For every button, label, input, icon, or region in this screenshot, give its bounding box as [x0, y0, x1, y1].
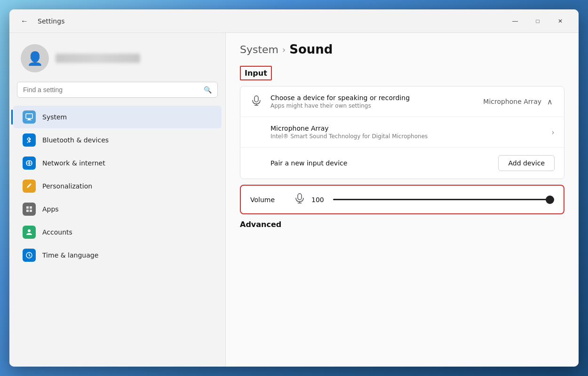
svg-rect-5: [26, 210, 29, 212]
mic-array-title: Microphone Array: [270, 125, 544, 132]
svg-rect-12: [298, 194, 302, 200]
sidebar-item-time[interactable]: Time & language: [13, 244, 222, 266]
sidebar-item-personalization[interactable]: Personalization: [13, 175, 222, 197]
pair-input-row: Pair a new input device Add device: [240, 148, 564, 179]
main-content: 👤 🔍 Sys: [9, 33, 579, 367]
settings-window: ← Settings — □ ✕ 👤 🔍: [9, 9, 579, 367]
user-icon: 👤: [27, 51, 43, 66]
sidebar-item-personalization-label: Personalization: [42, 182, 92, 190]
user-section: 👤: [9, 40, 225, 82]
personalization-icon: [23, 180, 36, 193]
svg-point-7: [28, 229, 31, 232]
sidebar-item-apps-label: Apps: [42, 205, 59, 213]
sidebar-item-network-label: Network & internet: [42, 159, 105, 167]
mic-array-content: Microphone Array Intel® Smart Sound Tech…: [270, 125, 544, 140]
volume-mic-icon: [295, 193, 304, 206]
network-icon: [23, 157, 36, 170]
search-bar: 🔍: [17, 82, 218, 98]
choose-device-subtitle: Apps might have their own settings: [270, 102, 476, 109]
mic-array-right: ›: [552, 128, 555, 137]
choose-device-right: Microphone Array ∧: [483, 95, 555, 108]
titlebar-title: Settings: [38, 17, 504, 25]
microphone-icon: [250, 95, 263, 108]
breadcrumb-current: Sound: [289, 42, 333, 56]
sidebar: 👤 🔍 Sys: [9, 33, 226, 367]
choose-device-title: Choose a device for speaking or recordin…: [270, 94, 476, 102]
mic-array-subtitle: Intel® Smart Sound Technology for Digita…: [270, 133, 544, 140]
titlebar-controls: — □ ✕: [504, 14, 571, 29]
svg-rect-9: [254, 96, 258, 102]
input-card: Choose a device for speaking or recordin…: [240, 86, 564, 179]
user-name: [56, 54, 140, 63]
add-device-button[interactable]: Add device: [498, 155, 555, 171]
sidebar-item-accounts-label: Accounts: [42, 228, 72, 236]
time-icon: [23, 249, 36, 262]
sidebar-item-apps[interactable]: Apps: [13, 198, 222, 220]
volume-card: Volume 100: [240, 185, 564, 214]
volume-label: Volume: [250, 196, 288, 204]
svg-rect-1: [28, 119, 31, 120]
microphone-array-row[interactable]: Microphone Array Intel® Smart Sound Tech…: [240, 117, 564, 148]
sidebar-item-bluetooth[interactable]: Bluetooth & devices: [13, 129, 222, 151]
accounts-icon: [23, 226, 36, 239]
volume-slider[interactable]: [333, 199, 554, 200]
svg-rect-3: [26, 206, 29, 209]
sidebar-item-bluetooth-label: Bluetooth & devices: [42, 136, 109, 144]
svg-rect-6: [30, 210, 32, 212]
input-section-label: Input: [240, 66, 272, 80]
sidebar-item-accounts[interactable]: Accounts: [13, 221, 222, 243]
choose-device-content: Choose a device for speaking or recordin…: [270, 94, 476, 109]
volume-number: 100: [311, 196, 326, 204]
close-button[interactable]: ✕: [549, 14, 571, 29]
search-input[interactable]: [23, 86, 200, 94]
main-panel: System › Sound Input: [226, 33, 579, 367]
breadcrumb-system: System: [240, 44, 278, 55]
bluetooth-icon: [23, 133, 36, 147]
advanced-label: Advanced: [240, 220, 564, 229]
search-button[interactable]: 🔍: [204, 86, 212, 94]
pair-input-title: Pair a new input device: [270, 159, 491, 167]
maximize-button[interactable]: □: [527, 14, 548, 29]
breadcrumb: System › Sound: [240, 42, 564, 56]
titlebar: ← Settings — □ ✕: [9, 9, 579, 33]
pair-input-right: Add device: [498, 155, 555, 171]
microphone-array-label: Microphone Array: [483, 98, 541, 105]
svg-rect-0: [26, 114, 32, 118]
expand-button[interactable]: ∧: [545, 95, 555, 108]
volume-slider-container: [333, 199, 554, 200]
minimize-button[interactable]: —: [504, 14, 526, 29]
svg-rect-4: [30, 206, 32, 209]
svg-rect-2: [27, 120, 32, 120]
apps-icon: [23, 203, 36, 216]
breadcrumb-separator: ›: [282, 45, 286, 55]
system-icon: [23, 110, 36, 124]
pair-input-content: Pair a new input device: [270, 159, 491, 167]
sidebar-item-network[interactable]: Network & internet: [13, 152, 222, 174]
sidebar-item-system-label: System: [42, 113, 67, 121]
nav-list: System Bluetooth & devices: [9, 105, 225, 267]
sidebar-item-time-label: Time & language: [42, 251, 98, 259]
sidebar-item-system[interactable]: System: [13, 106, 222, 128]
back-button[interactable]: ←: [17, 15, 32, 27]
choose-device-row[interactable]: Choose a device for speaking or recordin…: [240, 86, 564, 117]
avatar: 👤: [21, 44, 49, 72]
chevron-right-icon: ›: [552, 128, 555, 137]
